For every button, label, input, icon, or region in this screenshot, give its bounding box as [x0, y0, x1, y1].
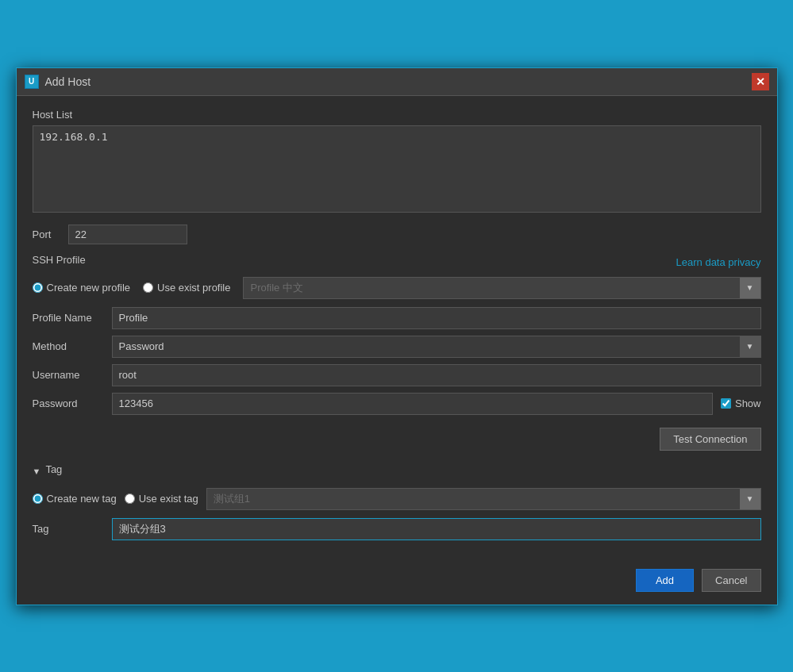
dialog-body: Host List 192.168.0.1 Port SSH Profile L…	[17, 96, 777, 559]
use-exist-tag-option[interactable]: Use exist tag	[125, 493, 198, 505]
password-input-area: Show	[112, 393, 761, 415]
use-exist-profile-label: Use exist profile	[157, 282, 230, 294]
show-password-checkbox[interactable]	[721, 398, 731, 409]
method-label: Method	[33, 340, 112, 352]
test-connection-button[interactable]: Test Connection	[660, 428, 760, 451]
tag-triangle-icon: ▼	[33, 467, 41, 476]
tag-section-label: Tag	[45, 463, 62, 475]
add-button[interactable]: Add	[636, 569, 694, 592]
host-list-section: Host List 192.168.0.1	[33, 109, 761, 215]
exist-tag-dropdown[interactable]: 测试组1	[206, 488, 761, 510]
method-row: Method Password Public Key Keyboard Inte…	[33, 336, 761, 358]
port-row: Port	[33, 225, 761, 244]
profile-name-row: Profile Name	[33, 307, 761, 329]
host-list-label: Host List	[33, 109, 761, 121]
port-input[interactable]	[68, 225, 187, 244]
host-list-input[interactable]: 192.168.0.1	[33, 125, 761, 213]
port-label: Port	[33, 228, 60, 240]
ssh-radio-row: Create new profile Use exist profile Pro…	[33, 277, 761, 299]
use-exist-profile-radio[interactable]	[143, 282, 153, 293]
tag-input[interactable]	[112, 518, 761, 540]
method-select-wrapper: Password Public Key Keyboard Interactive…	[112, 336, 761, 358]
create-new-profile-radio[interactable]	[33, 282, 43, 293]
learn-privacy-link[interactable]: Learn data privacy	[676, 256, 761, 268]
profile-name-label: Profile Name	[33, 312, 112, 324]
password-row: Password Show	[33, 393, 761, 415]
password-label: Password	[33, 397, 112, 409]
title-bar-left: U Add Host	[25, 75, 91, 89]
tag-input-row: Tag	[33, 518, 761, 540]
app-icon: U	[25, 75, 39, 89]
profile-name-input[interactable]	[112, 307, 761, 329]
exist-profile-dropdown[interactable]: Profile 中文	[243, 277, 760, 299]
cancel-button[interactable]: Cancel	[702, 569, 760, 592]
exist-profile-dropdown-wrapper: Profile 中文 ▼	[243, 277, 760, 299]
create-new-profile-label: Create new profile	[47, 282, 131, 294]
tag-label: Tag	[33, 523, 112, 535]
dialog-title: Add Host	[45, 75, 91, 88]
add-host-dialog: U Add Host ✕ Host List 192.168.0.1 Port …	[16, 67, 778, 605]
tag-section: ▼ Tag Create new tag Use exist tag 测试组1	[33, 463, 761, 547]
username-row: Username	[33, 364, 761, 386]
tag-header: ▼ Tag	[33, 463, 761, 480]
close-button[interactable]: ✕	[752, 73, 769, 90]
create-new-tag-option[interactable]: Create new tag	[33, 493, 117, 505]
ssh-profile-label: SSH Profile	[33, 254, 86, 266]
exist-tag-dropdown-wrapper: 测试组1 ▼	[206, 488, 761, 510]
show-password-label: Show	[735, 397, 761, 409]
use-exist-tag-label: Use exist tag	[139, 493, 198, 505]
use-exist-tag-radio[interactable]	[125, 493, 135, 504]
password-input[interactable]	[112, 393, 713, 415]
username-input[interactable]	[112, 364, 761, 386]
bottom-buttons: Add Cancel	[17, 559, 777, 605]
title-bar: U Add Host ✕	[17, 68, 777, 96]
use-exist-profile-option[interactable]: Use exist profile	[143, 282, 230, 294]
create-new-tag-label: Create new tag	[47, 493, 117, 505]
create-new-tag-radio[interactable]	[33, 493, 43, 504]
ssh-header: SSH Profile Learn data privacy	[33, 254, 761, 271]
create-new-profile-option[interactable]: Create new profile	[33, 282, 131, 294]
username-label: Username	[33, 369, 112, 381]
show-password-option[interactable]: Show	[721, 397, 761, 409]
method-select[interactable]: Password Public Key Keyboard Interactive	[112, 336, 761, 358]
ssh-profile-section: SSH Profile Learn data privacy Create ne…	[33, 254, 761, 454]
tag-radio-row: Create new tag Use exist tag 测试组1 ▼	[33, 488, 761, 510]
test-btn-row: Test Connection	[33, 428, 761, 451]
